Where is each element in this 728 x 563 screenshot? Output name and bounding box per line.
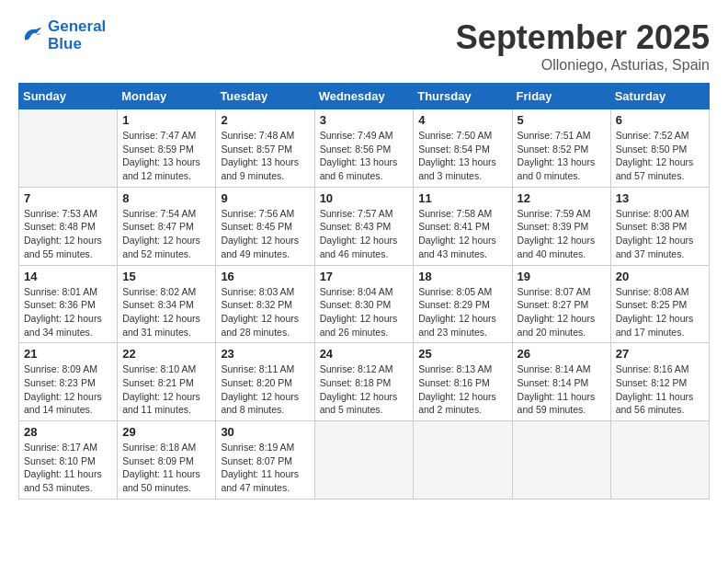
day-info: Sunrise: 7:56 AMSunset: 8:45 PMDaylight:… (221, 207, 309, 261)
header: General Blue September 2025 Olloniego, A… (18, 18, 710, 74)
calendar-cell: 1Sunrise: 7:47 AMSunset: 8:59 PMDaylight… (118, 109, 216, 188)
day-number: 24 (320, 347, 409, 361)
day-info: Sunrise: 7:59 AMSunset: 8:39 PMDaylight:… (518, 207, 606, 261)
day-number: 30 (221, 425, 309, 439)
logo-bird-icon (18, 23, 44, 49)
day-number: 17 (320, 270, 409, 283)
calendar-cell (19, 109, 118, 188)
weekday-header-wednesday: Wednesday (314, 84, 414, 109)
day-info: Sunrise: 8:13 AMSunset: 8:16 PMDaylight:… (418, 362, 506, 417)
day-info: Sunrise: 7:51 AMSunset: 8:52 PMDaylight:… (518, 129, 606, 183)
calendar-cell: 18Sunrise: 8:05 AMSunset: 8:29 PMDayligh… (414, 265, 512, 343)
day-number: 1 (122, 113, 210, 127)
day-info: Sunrise: 7:54 AMSunset: 8:47 PMDaylight:… (122, 207, 210, 261)
day-number: 10 (320, 191, 409, 205)
day-number: 15 (122, 270, 210, 283)
calendar-cell: 17Sunrise: 8:04 AMSunset: 8:30 PMDayligh… (314, 265, 414, 343)
calendar-cell: 15Sunrise: 8:02 AMSunset: 8:34 PMDayligh… (118, 265, 216, 343)
day-info: Sunrise: 8:04 AMSunset: 8:30 PMDaylight:… (320, 285, 409, 339)
weekday-header-thursday: Thursday (414, 84, 512, 109)
day-number: 12 (518, 191, 606, 205)
day-number: 26 (518, 347, 606, 361)
calendar-cell: 25Sunrise: 8:13 AMSunset: 8:16 PMDayligh… (414, 343, 512, 421)
weekday-header-row: SundayMondayTuesdayWednesdayThursdayFrid… (19, 84, 710, 109)
title-area: September 2025 Olloniego, Asturias, Spai… (456, 18, 710, 74)
calendar-cell: 11Sunrise: 7:58 AMSunset: 8:41 PMDayligh… (414, 187, 512, 265)
day-info: Sunrise: 7:49 AMSunset: 8:56 PMDaylight:… (320, 129, 409, 183)
day-number: 18 (418, 270, 506, 283)
calendar-cell: 26Sunrise: 8:14 AMSunset: 8:14 PMDayligh… (512, 343, 610, 421)
calendar-cell: 12Sunrise: 7:59 AMSunset: 8:39 PMDayligh… (512, 187, 610, 265)
day-number: 9 (221, 191, 309, 205)
calendar-cell: 22Sunrise: 8:10 AMSunset: 8:21 PMDayligh… (118, 343, 216, 421)
weekday-header-tuesday: Tuesday (216, 84, 314, 109)
day-number: 13 (616, 191, 704, 205)
logo-line1: General (48, 17, 106, 35)
day-number: 23 (221, 347, 309, 361)
day-info: Sunrise: 8:16 AMSunset: 8:12 PMDaylight:… (616, 362, 704, 417)
day-number: 28 (24, 425, 112, 439)
day-number: 20 (616, 270, 704, 283)
calendar-cell: 20Sunrise: 8:08 AMSunset: 8:25 PMDayligh… (610, 265, 709, 343)
day-info: Sunrise: 8:02 AMSunset: 8:34 PMDaylight:… (122, 285, 210, 339)
day-info: Sunrise: 7:53 AMSunset: 8:48 PMDaylight:… (24, 207, 112, 261)
day-info: Sunrise: 8:08 AMSunset: 8:25 PMDaylight:… (616, 285, 704, 339)
calendar-cell: 14Sunrise: 8:01 AMSunset: 8:36 PMDayligh… (19, 265, 118, 343)
calendar-cell: 28Sunrise: 8:17 AMSunset: 8:10 PMDayligh… (19, 421, 118, 500)
day-number: 2 (221, 113, 309, 127)
calendar-cell: 8Sunrise: 7:54 AMSunset: 8:47 PMDaylight… (118, 187, 216, 265)
calendar-cell: 27Sunrise: 8:16 AMSunset: 8:12 PMDayligh… (610, 343, 709, 421)
day-info: Sunrise: 8:09 AMSunset: 8:23 PMDaylight:… (24, 362, 112, 417)
calendar-cell: 6Sunrise: 7:52 AMSunset: 8:50 PMDaylight… (610, 109, 709, 188)
day-number: 27 (616, 347, 704, 361)
calendar-cell: 13Sunrise: 8:00 AMSunset: 8:38 PMDayligh… (610, 187, 709, 265)
day-info: Sunrise: 8:12 AMSunset: 8:18 PMDaylight:… (320, 362, 409, 417)
day-info: Sunrise: 8:19 AMSunset: 8:07 PMDaylight:… (221, 441, 309, 495)
day-number: 5 (518, 113, 606, 127)
calendar-cell (610, 421, 709, 500)
logo: General Blue (18, 18, 106, 52)
calendar-cell: 30Sunrise: 8:19 AMSunset: 8:07 PMDayligh… (216, 421, 314, 500)
weekday-header-sunday: Sunday (19, 84, 118, 109)
location: Olloniego, Asturias, Spain (456, 57, 710, 74)
calendar-cell: 23Sunrise: 8:11 AMSunset: 8:20 PMDayligh… (216, 343, 314, 421)
day-number: 29 (122, 425, 210, 439)
calendar-cell (512, 421, 610, 500)
day-info: Sunrise: 8:07 AMSunset: 8:27 PMDaylight:… (518, 285, 606, 339)
day-number: 22 (122, 347, 210, 361)
weekday-header-friday: Friday (512, 84, 610, 109)
day-info: Sunrise: 7:50 AMSunset: 8:54 PMDaylight:… (418, 129, 506, 183)
logo-line2: Blue (48, 36, 106, 53)
calendar-cell: 16Sunrise: 8:03 AMSunset: 8:32 PMDayligh… (216, 265, 314, 343)
calendar-cell: 10Sunrise: 7:57 AMSunset: 8:43 PMDayligh… (314, 187, 414, 265)
day-info: Sunrise: 8:05 AMSunset: 8:29 PMDaylight:… (418, 285, 506, 339)
day-info: Sunrise: 7:57 AMSunset: 8:43 PMDaylight:… (320, 207, 409, 261)
month-title: September 2025 (456, 18, 710, 57)
day-info: Sunrise: 7:58 AMSunset: 8:41 PMDaylight:… (418, 207, 506, 261)
calendar-cell: 4Sunrise: 7:50 AMSunset: 8:54 PMDaylight… (414, 109, 512, 188)
day-info: Sunrise: 7:52 AMSunset: 8:50 PMDaylight:… (616, 129, 704, 183)
day-number: 3 (320, 113, 409, 127)
calendar-cell (414, 421, 512, 500)
day-info: Sunrise: 7:47 AMSunset: 8:59 PMDaylight:… (122, 129, 210, 183)
day-number: 11 (418, 191, 506, 205)
day-number: 16 (221, 270, 309, 283)
calendar-cell (314, 421, 414, 500)
day-info: Sunrise: 8:00 AMSunset: 8:38 PMDaylight:… (616, 207, 704, 261)
day-info: Sunrise: 8:18 AMSunset: 8:09 PMDaylight:… (122, 441, 210, 495)
day-info: Sunrise: 8:01 AMSunset: 8:36 PMDaylight:… (24, 285, 112, 339)
calendar-cell: 7Sunrise: 7:53 AMSunset: 8:48 PMDaylight… (19, 187, 118, 265)
weekday-header-saturday: Saturday (610, 84, 709, 109)
weekday-header-monday: Monday (118, 84, 216, 109)
day-info: Sunrise: 8:14 AMSunset: 8:14 PMDaylight:… (518, 362, 606, 417)
day-info: Sunrise: 8:17 AMSunset: 8:10 PMDaylight:… (24, 441, 112, 495)
day-info: Sunrise: 8:11 AMSunset: 8:20 PMDaylight:… (221, 362, 309, 417)
logo-text: General Blue (48, 18, 106, 52)
week-row-5: 28Sunrise: 8:17 AMSunset: 8:10 PMDayligh… (19, 421, 710, 500)
calendar-cell: 5Sunrise: 7:51 AMSunset: 8:52 PMDaylight… (512, 109, 610, 188)
day-info: Sunrise: 7:48 AMSunset: 8:57 PMDaylight:… (221, 129, 309, 183)
calendar-cell: 24Sunrise: 8:12 AMSunset: 8:18 PMDayligh… (314, 343, 414, 421)
week-row-3: 14Sunrise: 8:01 AMSunset: 8:36 PMDayligh… (19, 265, 710, 343)
calendar-cell: 19Sunrise: 8:07 AMSunset: 8:27 PMDayligh… (512, 265, 610, 343)
day-number: 14 (24, 270, 112, 283)
